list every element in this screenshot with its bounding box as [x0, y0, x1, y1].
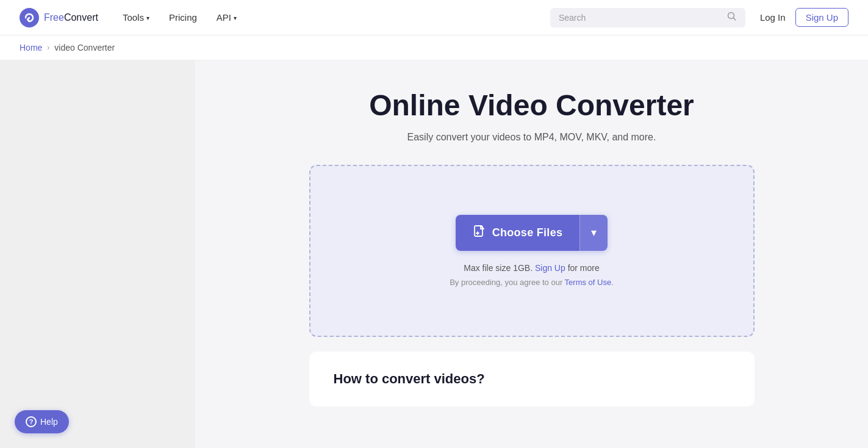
nav-pricing[interactable]: Pricing — [169, 12, 197, 23]
signup-link[interactable]: Sign Up — [535, 263, 565, 273]
nav-links: Tools ▾ Pricing API ▾ — [123, 12, 550, 23]
choose-files-dropdown-button[interactable]: ▾ — [579, 215, 608, 251]
main-content: Online Video Converter Easily convert yo… — [195, 60, 868, 448]
login-button[interactable]: Log In — [760, 12, 786, 23]
page-title: Online Video Converter — [215, 90, 848, 122]
how-to-section: How to convert videos? — [309, 352, 755, 406]
svg-line-2 — [733, 18, 736, 20]
navbar: FreeConvert Tools ▾ Pricing API ▾ Log In… — [0, 0, 868, 35]
page-layout: Online Video Converter Easily convert yo… — [0, 60, 868, 448]
search-area — [550, 8, 745, 27]
page-subtitle: Easily convert your videos to MP4, MOV, … — [215, 132, 848, 143]
help-label: Help — [40, 417, 58, 427]
breadcrumb-current: video Converter — [54, 43, 115, 52]
choose-files-button[interactable]: Choose Files — [456, 215, 580, 251]
help-button[interactable]: ? Help — [15, 410, 69, 433]
logo[interactable]: FreeConvert — [20, 8, 98, 27]
auth-buttons: Log In Sign Up — [760, 8, 848, 27]
drop-zone[interactable]: Choose Files ▾ Max file size 1GB. Sign U… — [309, 165, 755, 337]
breadcrumb-home[interactable]: Home — [20, 43, 42, 52]
tools-chevron-icon: ▾ — [146, 15, 149, 21]
terms-text: By proceeding, you agree to our Terms of… — [450, 278, 614, 287]
nav-api[interactable]: API ▾ — [217, 12, 237, 23]
sidebar — [0, 60, 195, 448]
breadcrumb-separator: › — [47, 43, 49, 52]
api-chevron-icon: ▾ — [234, 15, 237, 21]
logo-text: FreeConvert — [44, 12, 98, 23]
logo-icon — [20, 8, 39, 27]
dropdown-chevron-icon: ▾ — [591, 226, 597, 239]
nav-tools[interactable]: Tools ▾ — [123, 12, 149, 23]
file-upload-icon — [473, 225, 486, 241]
signup-button[interactable]: Sign Up — [795, 8, 848, 27]
file-size-text: Max file size 1GB. Sign Up for more — [464, 263, 600, 273]
breadcrumb: Home › video Converter — [0, 35, 868, 60]
how-to-title: How to convert videos? — [334, 371, 730, 387]
search-input[interactable] — [559, 13, 722, 23]
choose-files-container: Choose Files ▾ — [456, 215, 608, 251]
search-icon — [727, 12, 737, 24]
terms-link[interactable]: Terms of Use — [565, 278, 612, 287]
svg-rect-3 — [475, 226, 482, 236]
help-icon: ? — [26, 416, 37, 427]
